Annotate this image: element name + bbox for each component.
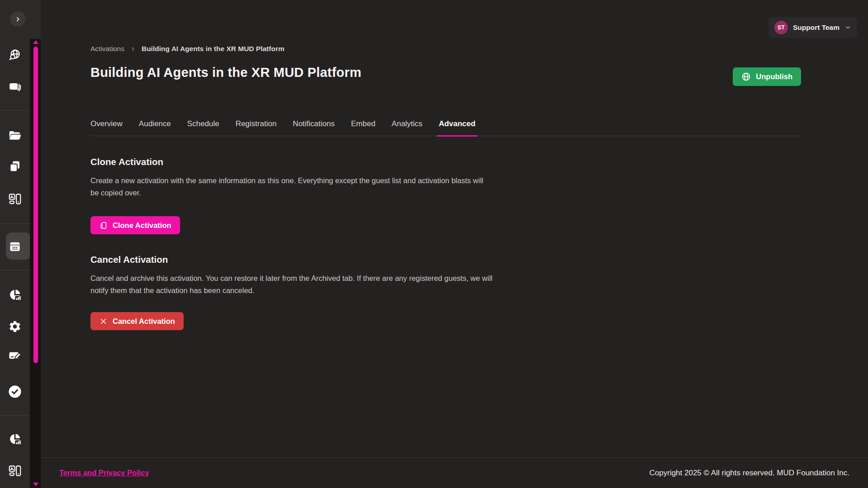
image-device-icon: [8, 464, 22, 478]
sidebar-item-analytics[interactable]: [0, 288, 30, 302]
breadcrumb: Activations Building AI Agents in the XR…: [90, 45, 285, 53]
copy-icon: [99, 221, 108, 230]
gear-icon: [8, 320, 22, 333]
tab-bar: Overview Audience Schedule Registration …: [90, 118, 802, 136]
avatar: ST: [774, 21, 788, 34]
user-name: Support Team: [793, 24, 840, 32]
sidebar-item-devices[interactable]: [0, 464, 30, 478]
main-content: ST Support Team Activations Building AI …: [41, 0, 868, 488]
stacked-cards-icon: [8, 80, 22, 94]
sidebar-item-reports[interactable]: [0, 432, 30, 446]
breadcrumb-activations-link[interactable]: Activations: [90, 45, 124, 53]
sidebar: [0, 0, 41, 488]
globe-icon: [741, 72, 751, 81]
tab-advanced[interactable]: Advanced: [439, 118, 475, 136]
sidebar-item-discover[interactable]: [0, 48, 30, 62]
cancel-activation-button[interactable]: Cancel Activation: [90, 312, 184, 330]
tab-notifications[interactable]: Notifications: [293, 118, 335, 136]
scrollbar-thumb[interactable]: [33, 47, 38, 363]
sidebar-item-approvals[interactable]: [0, 384, 30, 399]
sidebar-divider: [0, 223, 30, 224]
breadcrumb-chevron-icon: [130, 46, 136, 52]
clone-activation-button[interactable]: Clone Activation: [90, 216, 180, 234]
sidebar-item-collections[interactable]: [0, 80, 30, 94]
check-circle-icon: [7, 384, 23, 399]
cancel-section-description: Cancel and archive this activation. You …: [90, 272, 556, 297]
sidebar-divider: [0, 270, 30, 270]
tab-registration[interactable]: Registration: [236, 118, 277, 136]
sidebar-item-projects[interactable]: [0, 129, 30, 142]
sidebar-scrollbar[interactable]: [30, 39, 41, 488]
scroll-up-arrow[interactable]: [33, 40, 38, 44]
page-title: Building AI Agents in the XR MUD Platfor…: [90, 65, 361, 80]
sidebar-divider: [0, 415, 30, 416]
sidebar-item-media-devices[interactable]: [0, 192, 30, 206]
sidebar-item-activations-active[interactable]: [0, 240, 30, 253]
sidebar-expand-button[interactable]: [10, 11, 25, 27]
scroll-down-arrow[interactable]: [33, 483, 38, 486]
chevron-right-icon: [14, 15, 22, 23]
sidebar-divider: [0, 110, 30, 111]
sidebar-item-settings[interactable]: [0, 320, 30, 333]
advanced-tab-content: Clone Activation Create a new activation…: [90, 156, 556, 330]
card-edit-icon: [8, 349, 22, 362]
sidebar-item-assets[interactable]: [0, 160, 30, 173]
breadcrumb-current: Building AI Agents in the XR MUD Platfor…: [142, 45, 285, 53]
unpublish-button[interactable]: Unpublish: [733, 67, 801, 86]
x-icon: [99, 317, 108, 326]
sidebar-item-registrations[interactable]: [0, 349, 30, 362]
pie-chart-stats-icon: [8, 288, 22, 302]
cancel-button-label: Cancel Activation: [113, 317, 175, 326]
tab-analytics[interactable]: Analytics: [392, 118, 422, 136]
clone-section-description: Create a new activation with the same in…: [90, 175, 556, 199]
tab-overview[interactable]: Overview: [90, 118, 123, 136]
folder-open-icon: [8, 129, 22, 142]
tab-embed[interactable]: Embed: [351, 118, 375, 136]
image-device-icon: [8, 192, 22, 206]
tab-audience[interactable]: Audience: [139, 118, 171, 136]
clone-section-title: Clone Activation: [90, 156, 556, 167]
clone-button-label: Clone Activation: [113, 221, 171, 230]
copy-pages-icon: [8, 160, 22, 173]
cancel-section-title: Cancel Activation: [90, 254, 556, 265]
copyright-text: Copyright 2025 © All rights reserved. MU…: [650, 469, 849, 478]
globe-search-icon: [8, 48, 22, 62]
cancel-activation-section: Cancel Activation Cancel and archive thi…: [90, 254, 556, 330]
clone-activation-section: Clone Activation Create a new activation…: [90, 156, 556, 234]
terms-privacy-link[interactable]: Terms and Privacy Policy: [59, 469, 149, 477]
calendar-icon: [8, 240, 22, 253]
chevron-down-icon: [844, 24, 851, 31]
unpublish-button-label: Unpublish: [756, 72, 792, 81]
pie-chart-stats-icon: [8, 432, 22, 446]
active-tab-underline: [436, 135, 478, 137]
tab-schedule[interactable]: Schedule: [187, 118, 219, 136]
footer: Terms and Privacy Policy Copyright 2025 …: [41, 457, 868, 488]
user-menu-button[interactable]: ST Support Team: [768, 17, 857, 38]
